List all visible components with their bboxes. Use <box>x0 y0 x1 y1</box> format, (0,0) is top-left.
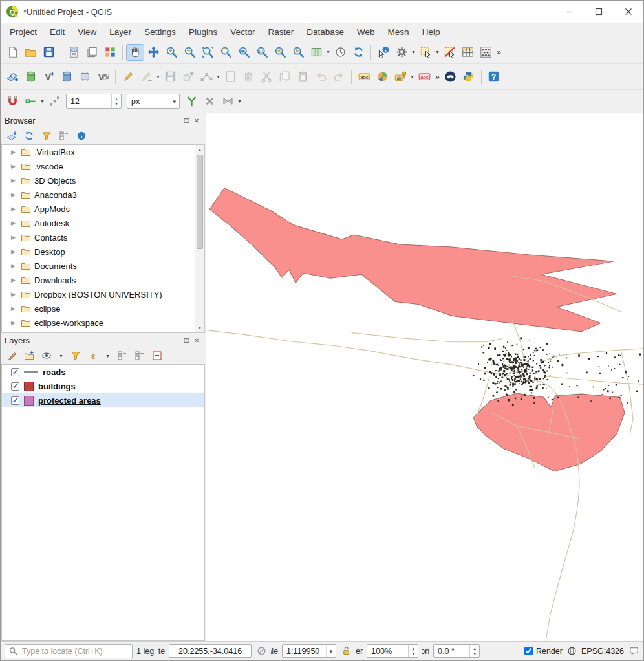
browser-item[interactable]: ▶ Anaconda3 <box>2 188 204 202</box>
menu-item[interactable]: View <box>71 25 103 39</box>
statistical-summary-button[interactable] <box>477 44 495 61</box>
new-temporary-scratch-layer-button[interactable] <box>76 69 94 85</box>
new-print-layout-button[interactable] <box>65 44 83 61</box>
add-group-button[interactable] <box>23 350 35 362</box>
layer-checkbox[interactable]: ✓ <box>11 368 19 376</box>
snapping-on-intersection-button[interactable] <box>219 93 237 110</box>
chevron-down-icon[interactable]: ▾ <box>169 94 179 108</box>
delete-selected-button[interactable] <box>239 69 257 85</box>
scroll-down-button[interactable]: ▼ <box>198 323 202 332</box>
expand-arrow-icon[interactable]: ▶ <box>11 277 17 283</box>
expand-arrow-icon[interactable]: ▶ <box>11 263 17 269</box>
new-map-view-button[interactable] <box>307 44 325 61</box>
zoom-native-resolution-button[interactable]: 1:1 <box>253 44 271 61</box>
menu-item[interactable]: Web <box>350 25 381 39</box>
maximize-button[interactable] <box>584 1 614 23</box>
browser-item[interactable]: ▶ Dropbox (BOSTON UNIVERSITY) <box>2 287 204 301</box>
python-console-button[interactable] <box>460 69 478 85</box>
browser-item[interactable]: ▶ Documents <box>2 259 204 273</box>
expand-arrow-icon[interactable]: ▶ <box>11 234 17 241</box>
collapse-all-button[interactable] <box>134 350 145 362</box>
scroll-up-button[interactable]: ▲ <box>198 145 202 155</box>
browser-item[interactable]: ▶ Downloads <box>2 273 204 287</box>
browser-item[interactable]: ▶ .VirtualBox <box>2 145 204 159</box>
menu-item[interactable]: Plugins <box>182 25 224 39</box>
map-canvas[interactable] <box>206 113 643 641</box>
float-panel-button[interactable] <box>181 115 191 125</box>
crs-status-button[interactable]: EPSG:4326 <box>566 645 624 657</box>
spin-down-button[interactable]: ▼ <box>470 651 479 656</box>
menu-item[interactable]: Help <box>416 25 447 39</box>
chevron-down-icon[interactable]: ▾ <box>58 353 64 359</box>
minimize-button[interactable] <box>554 1 584 23</box>
add-feature-button[interactable] <box>179 69 197 85</box>
chevron-down-icon[interactable]: ▾ <box>411 49 416 55</box>
new-virtual-layer-button[interactable] <box>94 69 112 85</box>
layer-diagram-options-button[interactable] <box>373 69 391 85</box>
menu-item[interactable]: Project <box>3 25 43 39</box>
browser-item[interactable]: ▶ AppMods <box>2 202 204 216</box>
vertex-tool-button[interactable] <box>197 69 215 85</box>
lock-scale-icon[interactable] <box>340 645 352 657</box>
modify-attributes-button[interactable] <box>221 69 239 85</box>
expand-arrow-icon[interactable]: ▶ <box>11 320 17 326</box>
highlight-unplaced-labels-button[interactable] <box>415 69 433 85</box>
expand-arrow-icon[interactable]: ▶ <box>11 163 17 169</box>
current-edits-button[interactable] <box>137 69 155 85</box>
menu-item[interactable]: Mesh <box>381 25 416 39</box>
new-project-button[interactable] <box>3 44 21 61</box>
menu-item[interactable]: Edit <box>43 25 71 39</box>
layer-labeling-options-button[interactable] <box>355 69 373 85</box>
run-feature-action-button[interactable] <box>392 44 411 61</box>
menu-item[interactable]: Raster <box>262 25 301 39</box>
scrollbar-thumb[interactable] <box>197 155 203 249</box>
spin-up-button[interactable]: ▲ <box>112 96 121 102</box>
save-project-button[interactable] <box>39 44 58 61</box>
layer-row-buildings[interactable]: ✓ buildings <box>2 379 204 393</box>
select-features-button[interactable] <box>416 44 435 61</box>
layer-row-protected-areas[interactable]: ✓ protected areas <box>2 393 204 407</box>
layer-row-roads[interactable]: ✓ roads <box>2 365 204 379</box>
avoid-overlap-button[interactable] <box>200 93 219 110</box>
chevron-down-icon[interactable]: ▾ <box>237 98 242 104</box>
chevron-down-icon[interactable]: ▾ <box>409 74 415 80</box>
magnifier-spinbox[interactable]: 100% ▲▼ <box>367 644 418 658</box>
pan-to-selection-button[interactable] <box>144 44 162 61</box>
close-panel-button[interactable]: ✕ <box>191 115 202 125</box>
scrollbar-track[interactable] <box>195 155 204 323</box>
chevron-down-icon[interactable]: ▾ <box>105 353 111 359</box>
chevron-down-icon[interactable]: ▾ <box>215 74 221 80</box>
browser-item[interactable]: ▶ 3D Objects <box>2 173 204 188</box>
layer-checkbox[interactable]: ✓ <box>11 396 19 405</box>
zoom-to-layer-button[interactable] <box>235 44 253 61</box>
temporal-controller-button[interactable] <box>331 44 349 61</box>
snapping-tolerance-spinbox[interactable]: 12 ▲▼ <box>66 94 122 109</box>
collapse-all-button[interactable] <box>58 130 70 142</box>
filter-by-expression-button[interactable] <box>87 350 99 362</box>
chevron-down-icon[interactable]: ▾ <box>435 49 440 55</box>
close-panel-button[interactable]: ✕ <box>191 335 202 345</box>
filter-browser-button[interactable] <box>41 130 52 142</box>
expand-arrow-icon[interactable]: ▶ <box>11 177 17 184</box>
chevron-down-icon[interactable]: ▾ <box>39 98 45 104</box>
cut-features-button[interactable] <box>257 69 275 85</box>
expand-arrow-icon[interactable]: ▶ <box>11 305 17 312</box>
menu-item[interactable]: Database <box>300 25 350 39</box>
expand-arrow-icon[interactable]: ▶ <box>11 206 17 212</box>
expand-arrow-icon[interactable]: ▶ <box>11 291 17 298</box>
spin-down-button[interactable]: ▼ <box>112 102 121 107</box>
spin-up-button[interactable]: ▲ <box>409 646 418 651</box>
toolbar-overflow-button[interactable]: » <box>433 72 442 81</box>
new-geopackage-layer-button[interactable] <box>21 69 39 85</box>
deselect-features-button[interactable] <box>440 44 458 61</box>
open-data-source-manager-button[interactable] <box>3 69 21 85</box>
refresh-map-button[interactable] <box>349 44 367 61</box>
open-project-button[interactable] <box>21 44 39 61</box>
new-shapefile-layer-button[interactable] <box>39 69 58 85</box>
snapping-units-combo[interactable]: px ▾ <box>127 94 180 109</box>
browser-item[interactable]: ▶ Desktop <box>2 244 204 259</box>
chevron-down-icon[interactable]: ▾ <box>326 645 336 657</box>
render-checkbox[interactable] <box>524 647 533 655</box>
snapping-mode-button[interactable] <box>21 93 39 110</box>
enable-snapping-button[interactable] <box>3 93 21 110</box>
